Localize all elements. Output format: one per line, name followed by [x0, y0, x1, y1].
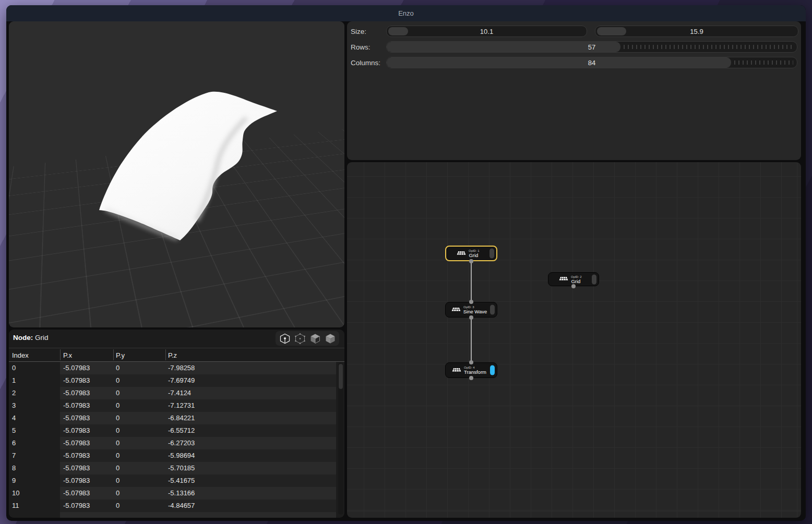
table-row[interactable]: 5-5.079830-6.55712: [9, 424, 344, 437]
table-row[interactable]: 1-5.079830-7.69749: [9, 374, 344, 387]
col-header-py: P.y: [116, 351, 125, 359]
columns-label: Columns:: [351, 59, 380, 67]
size-x-field[interactable]: 10.1: [386, 26, 587, 37]
table-row[interactable]: 10-5.079830-5.13166: [9, 487, 344, 499]
output-port[interactable]: [469, 315, 473, 320]
node-name: Sine Wave: [463, 309, 487, 314]
node-connections: [347, 162, 801, 518]
table-row[interactable]: 7-5.079830-5.98694: [9, 449, 344, 462]
param-row-rows: Rows: 57: [347, 41, 801, 53]
output-port[interactable]: [469, 376, 473, 380]
table-scrollbar[interactable]: [338, 363, 343, 515]
size-label: Size:: [351, 28, 366, 35]
node-name: Grid: [35, 334, 49, 342]
table-row[interactable]: 2-5.079830-7.4124: [9, 387, 344, 399]
table-row[interactable]: 3-5.079830-7.12731: [9, 399, 344, 412]
node-opid: OpID: 1: [469, 249, 480, 252]
node-name: Grid: [469, 253, 481, 258]
window-title: Enzo: [398, 9, 414, 17]
table-row[interactable]: 6-5.079830-6.27203: [9, 437, 344, 449]
column-separator: [60, 349, 61, 360]
columns-slider[interactable]: 84: [386, 57, 797, 68]
grid-node-icon: [457, 251, 466, 257]
rows-value: 57: [387, 42, 797, 52]
node-opid: OpID: 3: [463, 306, 484, 309]
grid-node-icon: [559, 276, 568, 282]
table-header: Index P.x P.y P.z: [9, 348, 344, 362]
table-row-partial: [9, 512, 344, 518]
table-row[interactable]: 8-5.079830-5.70185: [9, 462, 344, 474]
grid-node-icon: [451, 307, 461, 313]
node-name: Transform: [464, 370, 486, 375]
window-titlebar[interactable]: Enzo: [6, 5, 806, 21]
rows-slider[interactable]: 57: [386, 41, 797, 53]
inspector-header: Node: Grid: [9, 330, 344, 347]
column-separator: [113, 349, 114, 360]
columns-value: 84: [387, 57, 797, 68]
table-row[interactable]: 4-5.079830-6.84221: [9, 412, 344, 424]
flat-cube-icon[interactable]: [309, 333, 321, 345]
table-scrollbar-thumb[interactable]: [339, 364, 343, 389]
input-port[interactable]: [469, 360, 473, 364]
desktop-wallpaper: Enzo: [0, 0, 812, 524]
display-mode-group: [276, 331, 339, 346]
param-row-columns: Columns: 84: [347, 57, 801, 68]
col-header-index: Index: [12, 351, 29, 359]
col-header-px: P.x: [63, 351, 72, 359]
wireframe-cube-icon[interactable]: [279, 333, 291, 345]
col-header-pz: P.z: [168, 351, 177, 359]
node-name: Grid: [571, 279, 583, 284]
node-graph-panel[interactable]: OpID: 1 Grid OpID: 2 Grid: [347, 162, 801, 518]
point-table[interactable]: 0-5.079830-7.98258 1-5.079830-7.69749 2-…: [9, 362, 344, 518]
node-label: Node:: [13, 334, 33, 342]
shaded-cube-icon[interactable]: [324, 333, 336, 345]
app-window: Enzo: [6, 5, 806, 521]
node-bypass-pill[interactable]: [489, 249, 494, 259]
rows-label: Rows:: [351, 43, 371, 51]
surface-mesh-render: [9, 21, 344, 327]
parameters-panel: Size: 10.1 15.9 Rows: 57 C: [347, 21, 801, 160]
viewport-3d[interactable]: [9, 21, 344, 327]
size-y-value: 15.9: [595, 26, 798, 36]
size-y-field[interactable]: 15.9: [595, 26, 798, 37]
size-x-value: 10.1: [387, 26, 587, 36]
output-port[interactable]: [571, 284, 576, 288]
input-port[interactable]: [469, 300, 473, 304]
table-row[interactable]: 9-5.079830-5.41675: [9, 474, 344, 487]
table-row[interactable]: 11-5.079830-4.84657: [9, 499, 344, 512]
grid-node-icon: [452, 368, 461, 373]
column-separator: [165, 349, 166, 360]
node-opid: OpID: 4: [464, 366, 483, 369]
node-bypass-pill[interactable]: [592, 274, 596, 284]
output-port[interactable]: [469, 259, 473, 263]
inspector-node-title: Node: Grid: [13, 334, 49, 342]
node-bypass-pill[interactable]: [490, 305, 495, 315]
geometry-inspector-panel: Node: Grid: [9, 330, 344, 518]
points-cube-icon[interactable]: [294, 333, 306, 345]
param-row-size: Size: 10.1 15.9: [347, 26, 801, 37]
node-opid: OpID: 2: [571, 275, 582, 278]
node-display-pill[interactable]: [490, 365, 495, 375]
table-row[interactable]: 0-5.079830-7.98258: [9, 362, 344, 374]
